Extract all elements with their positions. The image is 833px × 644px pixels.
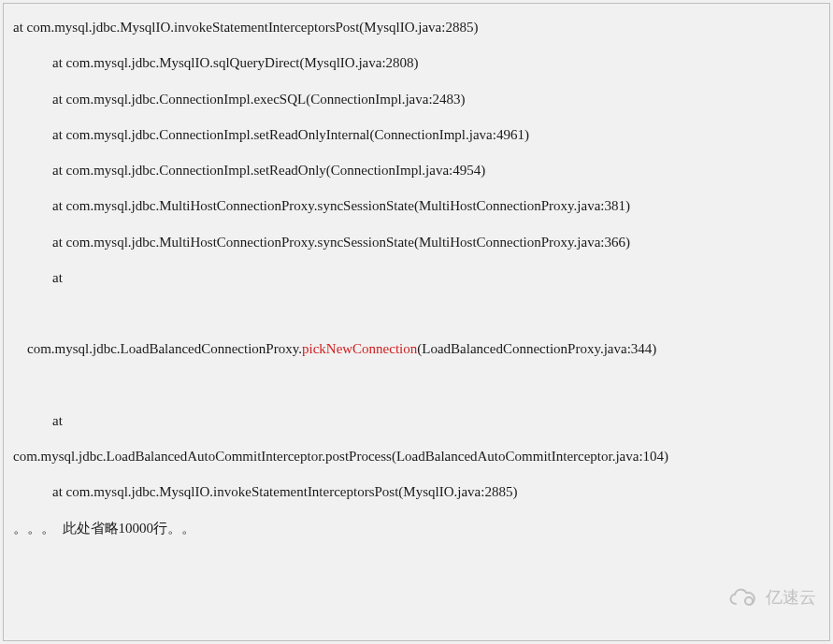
stack-text: (LoadBalancedConnectionProxy.java:344) bbox=[417, 341, 656, 356]
stack-line: at com.mysql.jdbc.ConnectionImpl.setRead… bbox=[52, 152, 820, 188]
stack-line-highlight: com.mysql.jdbc.LoadBalancedConnectionPro… bbox=[13, 295, 820, 403]
stack-text: com.mysql.jdbc.LoadBalancedConnectionPro… bbox=[27, 341, 302, 356]
stack-line: com.mysql.jdbc.LoadBalancedAutoCommitInt… bbox=[13, 438, 820, 474]
stack-line: at com.mysql.jdbc.MysqlIO.invokeStatemen… bbox=[13, 9, 820, 45]
stack-line: at bbox=[52, 403, 820, 438]
stack-line: at bbox=[52, 260, 820, 295]
stack-line: at com.mysql.jdbc.MultiHostConnectionPro… bbox=[52, 188, 820, 223]
stack-line: at com.mysql.jdbc.ConnectionImpl.execSQL… bbox=[52, 81, 820, 117]
stack-line: at com.mysql.jdbc.MysqlIO.invokeStatemen… bbox=[52, 474, 820, 509]
ellipsis-note: 。。。 此处省略10000行。。 bbox=[13, 510, 820, 546]
highlighted-method: pickNewConnection bbox=[302, 341, 417, 356]
stacktrace-container: at com.mysql.jdbc.MysqlIO.invokeStatemen… bbox=[3, 3, 830, 641]
stack-line: at com.mysql.jdbc.ConnectionImpl.setRead… bbox=[52, 117, 820, 152]
stack-line: at com.mysql.jdbc.MysqlIO.sqlQueryDirect… bbox=[52, 45, 820, 80]
stack-line: at com.mysql.jdbc.MultiHostConnectionPro… bbox=[52, 224, 820, 260]
